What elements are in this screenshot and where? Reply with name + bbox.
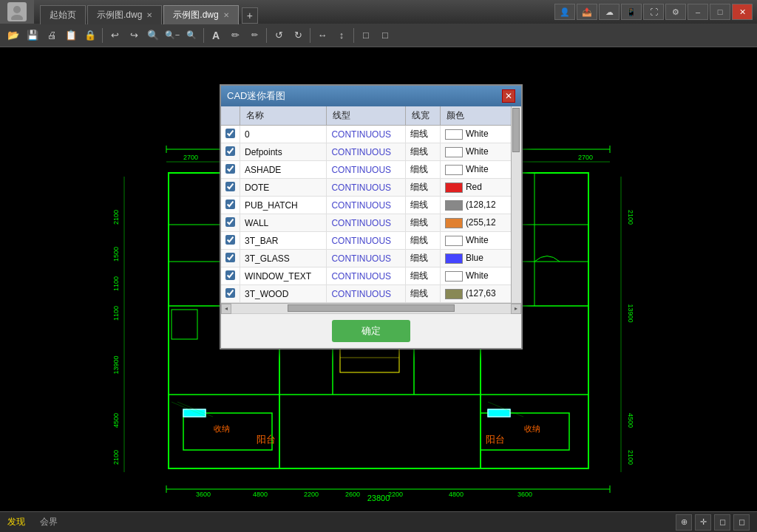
- svg-text:1500: 1500: [112, 247, 120, 262]
- tab-bar: 起始页 示例图.dwg ✕ 示例图.dwg ✕ +: [37, 0, 554, 24]
- svg-rect-68: [172, 310, 197, 339]
- layer-checkbox-8[interactable]: [225, 270, 235, 280]
- tab-dwg2-close[interactable]: ✕: [223, 11, 229, 19]
- svg-text:3600: 3600: [196, 491, 211, 498]
- zoom-in-btn[interactable]: 🔍: [144, 27, 162, 44]
- table-header-row: 名称 线型 线宽 颜色: [221, 106, 521, 126]
- canvas-area[interactable]: 23800 2700 5700 2200 500 1600 500 2200 5…: [0, 47, 757, 511]
- svg-text:4800: 4800: [253, 491, 268, 498]
- cloud-icon-btn[interactable]: ☁: [599, 4, 619, 20]
- redo-btn[interactable]: ↪: [125, 27, 143, 44]
- mobile-icon-btn[interactable]: 📱: [621, 4, 642, 20]
- layer-checkbox-4[interactable]: [225, 200, 235, 209]
- settings-icon-btn[interactable]: ⚙: [665, 4, 686, 20]
- status-discover[interactable]: 发现: [7, 516, 25, 528]
- sep2: [203, 28, 204, 43]
- zoom-out-btn[interactable]: 🔍−: [163, 27, 181, 44]
- tab-dwg2[interactable]: 示例图.dwg ✕: [163, 5, 238, 24]
- layer-color-8: White: [440, 267, 520, 285]
- svg-rect-72: [183, 409, 206, 417]
- table-row: WINDOW_TEXT CONTINUOUS 细线 White: [221, 267, 521, 285]
- block-btn[interactable]: □: [376, 27, 394, 44]
- status-community-label: 会界: [40, 516, 58, 528]
- layer-linetype-8: CONTINUOUS: [327, 267, 406, 285]
- layer-name-3: DOTE: [240, 179, 327, 197]
- layer-checkbox-0[interactable]: [225, 129, 235, 138]
- status-icon-4[interactable]: ◻: [733, 514, 750, 531]
- print-btn[interactable]: 🖨: [43, 27, 61, 44]
- svg-text:1100: 1100: [112, 306, 120, 321]
- layer-name-5: WALL: [240, 214, 327, 232]
- undo-btn[interactable]: ↩: [106, 27, 123, 44]
- svg-point-1: [11, 15, 23, 20]
- h-scrollbar[interactable]: ◂ ▸: [221, 303, 521, 313]
- layer-btn[interactable]: □: [357, 27, 375, 44]
- layer-color-2: White: [440, 161, 520, 179]
- status-icon-3[interactable]: ◻: [714, 514, 730, 531]
- layer-linetype-7: CONTINUOUS: [327, 250, 406, 267]
- svg-text:2100: 2100: [627, 210, 634, 225]
- fullscreen-icon-btn[interactable]: ⛶: [643, 4, 664, 20]
- tab-dwg1[interactable]: 示例图.dwg ✕: [87, 5, 162, 24]
- layer-table-scrollbar[interactable]: [511, 106, 521, 303]
- tab-home[interactable]: 起始页: [40, 5, 86, 24]
- layer-linewidth-2: 细线: [406, 161, 441, 179]
- toolbar: 📂 💾 🖨 📋 🔒 ↩ ↪ 🔍 🔍− 🔍 A ✏ ✏ ↺ ↻ ↔ ↕ □ □: [0, 24, 757, 47]
- close-btn[interactable]: ✕: [732, 4, 753, 20]
- clipboard-btn[interactable]: 📋: [62, 27, 80, 44]
- draw-btn[interactable]: ✏: [226, 27, 244, 44]
- status-icon-2[interactable]: ✛: [695, 514, 711, 531]
- table-row: 0 CONTINUOUS 细线 White: [221, 126, 521, 143]
- minimize-btn[interactable]: –: [688, 4, 708, 20]
- layer-table: 名称 线型 线宽 颜色 0 CONTINUOUS 细线 White: [221, 106, 521, 303]
- sep1: [102, 28, 103, 43]
- erase-btn[interactable]: ✏: [245, 27, 263, 44]
- tab-dwg1-close[interactable]: ✕: [146, 11, 152, 19]
- layer-checkbox-9[interactable]: [225, 288, 235, 298]
- share-icon-btn[interactable]: 📤: [577, 4, 597, 20]
- svg-text:13900: 13900: [627, 304, 634, 322]
- lock-btn[interactable]: 🔒: [81, 27, 99, 44]
- layer-color-3: Red: [440, 179, 520, 197]
- layer-checkbox-3[interactable]: [225, 182, 235, 191]
- layer-checkbox-5[interactable]: [225, 217, 235, 227]
- dialog-ok-button[interactable]: 确定: [332, 320, 410, 342]
- dim-v-btn[interactable]: ↕: [333, 27, 350, 44]
- save-btn[interactable]: 💾: [24, 27, 41, 44]
- status-community[interactable]: 会界: [40, 516, 58, 528]
- layer-checkbox-1[interactable]: [225, 146, 235, 156]
- svg-text:13900: 13900: [112, 355, 120, 374]
- layer-color-4: (128,12: [440, 197, 520, 214]
- dialog-close-button[interactable]: ✕: [502, 89, 515, 103]
- color-swatch-7: [445, 253, 463, 264]
- h-scroll-left[interactable]: ◂: [221, 304, 231, 314]
- color-swatch-8: [445, 271, 463, 282]
- layer-checkbox-2[interactable]: [225, 164, 235, 174]
- layer-linewidth-6: 细线: [406, 232, 441, 250]
- zoom-fit-btn[interactable]: 🔍: [183, 27, 200, 44]
- layer-checkbox-7[interactable]: [225, 253, 235, 262]
- layer-linewidth-3: 细线: [406, 179, 441, 197]
- rotate-btn[interactable]: ↺: [270, 27, 288, 44]
- svg-rect-73: [488, 409, 510, 417]
- table-row: Defpoints CONTINUOUS 细线 White: [221, 143, 521, 161]
- tab-home-label: 起始页: [50, 9, 76, 21]
- h-scroll-right[interactable]: ▸: [511, 304, 521, 314]
- layer-linetype-3: CONTINUOUS: [327, 179, 406, 197]
- layer-color-1: White: [440, 143, 520, 161]
- status-icon-1[interactable]: ⊕: [676, 514, 692, 531]
- tab-add-button[interactable]: +: [242, 7, 258, 24]
- status-discover-label: 发现: [7, 516, 25, 528]
- status-icon-group: ⊕ ✛ ◻ ◻: [676, 514, 750, 531]
- text-btn[interactable]: A: [207, 27, 225, 44]
- layer-checkbox-6[interactable]: [225, 235, 235, 245]
- user-icon-btn[interactable]: 👤: [554, 4, 575, 20]
- dim-h-btn[interactable]: ↔: [313, 27, 331, 44]
- layer-linewidth-0: 细线: [406, 126, 441, 143]
- maximize-btn[interactable]: □: [710, 4, 730, 20]
- svg-text:收纳: 收纳: [524, 424, 540, 433]
- mirror-btn[interactable]: ↻: [289, 27, 307, 44]
- open-btn[interactable]: 📂: [4, 27, 22, 44]
- sep3: [266, 28, 267, 43]
- color-swatch-3: [445, 183, 463, 193]
